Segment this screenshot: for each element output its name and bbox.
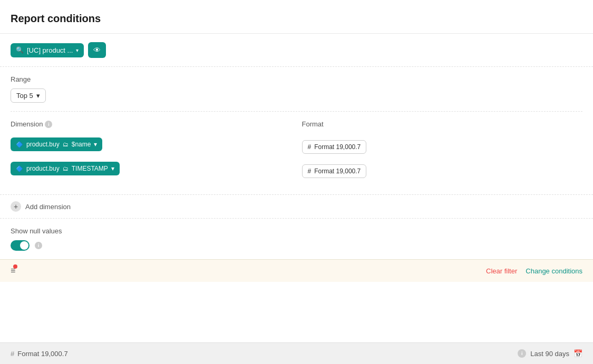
footer-hash-icon: # bbox=[11, 350, 14, 358]
dimensions-section: Dimension i Format 🔷 product.buy 🗂 $nam bbox=[0, 112, 593, 194]
add-icon: + bbox=[11, 201, 21, 212]
null-values-toggle[interactable] bbox=[11, 240, 30, 251]
dimension-row-1: 🔷 product.buy 🗂 $name ▾ bbox=[11, 137, 291, 151]
dimension-row-2: 🔷 product.buy 🗂 TIMESTAMP ▾ bbox=[11, 162, 291, 175]
dim-chevron-1: ▾ bbox=[94, 141, 97, 148]
format-label: Format bbox=[302, 120, 583, 128]
add-dimension-row[interactable]: + Add dimension bbox=[0, 194, 593, 218]
range-label: Range bbox=[11, 75, 582, 83]
add-dimension-label: Add dimension bbox=[25, 203, 71, 211]
change-conditions-button[interactable]: Change conditions bbox=[526, 267, 582, 275]
format-tag-1[interactable]: # Format 19,000.7 bbox=[302, 140, 367, 154]
null-values-label: Show null values bbox=[11, 227, 582, 235]
filter-icon-container: ≡ bbox=[11, 266, 15, 276]
dim-field-icon-2: 🗂 bbox=[63, 165, 69, 172]
format-tag-2[interactable]: # Format 19,000.7 bbox=[302, 164, 367, 178]
chevron-down-icon: ▾ bbox=[76, 47, 79, 53]
dim-field-1: $name bbox=[72, 141, 91, 148]
dim-table-1: product.buy bbox=[26, 141, 60, 148]
bottom-bar-left: ≡ bbox=[11, 266, 15, 276]
dim-field-icon-1: 🗂 bbox=[63, 141, 69, 147]
db-icon-2: 🔷 bbox=[16, 165, 23, 172]
range-chevron-icon: ▾ bbox=[36, 92, 40, 100]
dimension-tag-1[interactable]: 🔷 product.buy 🗂 $name ▾ bbox=[11, 137, 102, 151]
dim-field-2: TIMESTAMP bbox=[72, 165, 108, 172]
footer-bar: # Format 19,000.7 i Last 90 days 📅 bbox=[0, 342, 593, 364]
format-value-2: Format 19,000.7 bbox=[314, 168, 361, 175]
footer-info-icon[interactable]: i bbox=[518, 349, 526, 358]
range-value: Top 5 bbox=[16, 92, 33, 100]
footer-date-range: Last 90 days bbox=[530, 350, 569, 358]
range-select[interactable]: Top 5 ▾ bbox=[11, 88, 46, 103]
red-dot-indicator bbox=[13, 264, 17, 269]
dim-chevron-2: ▾ bbox=[111, 165, 114, 172]
filter-row: 🔍 [UC] product ... ▾ 👁 bbox=[0, 34, 593, 67]
main-panel: Report conditions 🔍 [UC] product ... ▾ 👁… bbox=[0, 0, 593, 342]
eye-icon: 👁 bbox=[93, 46, 101, 54]
dim-table-2: product.buy bbox=[26, 165, 60, 172]
search-icon: 🔍 bbox=[16, 46, 24, 54]
dimension-label: Dimension i bbox=[11, 120, 291, 128]
footer-format: # Format 19,000.7 bbox=[11, 350, 68, 358]
format-value-1: Format 19,000.7 bbox=[314, 143, 361, 151]
filter-dropdown[interactable]: 🔍 [UC] product ... ▾ bbox=[11, 43, 84, 57]
dimension-info-icon[interactable]: i bbox=[45, 121, 52, 128]
dimension-tag-2[interactable]: 🔷 product.buy 🗂 TIMESTAMP ▾ bbox=[11, 162, 120, 175]
footer-right: i Last 90 days 📅 bbox=[518, 349, 582, 358]
bottom-bar-right: Clear filter Change conditions bbox=[486, 267, 582, 275]
hash-icon-2: # bbox=[308, 168, 312, 175]
calendar-icon[interactable]: 📅 bbox=[573, 349, 582, 358]
clear-filter-button[interactable]: Clear filter bbox=[486, 267, 517, 275]
db-icon-1: 🔷 bbox=[16, 141, 23, 148]
filter-dropdown-label: [UC] product ... bbox=[27, 46, 73, 54]
null-values-section: Show null values i bbox=[0, 218, 593, 259]
bottom-bar: ≡ Clear filter Change conditions bbox=[0, 259, 593, 282]
footer-format-label: Format 19,000.7 bbox=[17, 350, 67, 358]
toggle-row: i bbox=[11, 240, 582, 251]
eye-button[interactable]: 👁 bbox=[88, 42, 106, 58]
title-section: Report conditions bbox=[0, 0, 593, 34]
page-title: Report conditions bbox=[11, 13, 582, 25]
hash-icon-1: # bbox=[308, 143, 312, 151]
range-section: Range Top 5 ▾ bbox=[0, 67, 593, 111]
null-values-info-icon[interactable]: i bbox=[35, 242, 42, 249]
